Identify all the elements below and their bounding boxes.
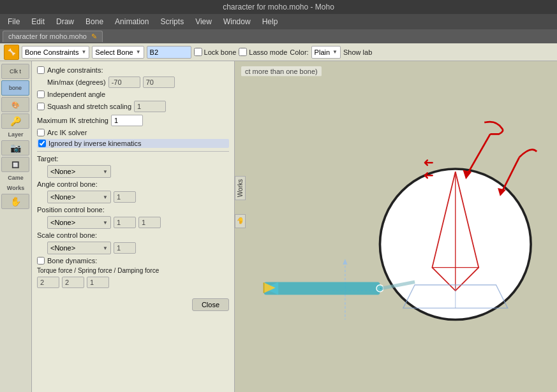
toolbar: 🦴 Bone Constraints ▼ Select Bone ▼ Lock …: [0, 43, 557, 61]
torque-value[interactable]: [37, 277, 59, 288]
hand-tool-tab[interactable]: ✋: [235, 214, 246, 228]
torque-values-row: [37, 277, 229, 288]
angle-control-dropdown[interactable]: <None> ▼: [47, 191, 111, 203]
torque-label: Torque force / Spring force / Damping fo…: [37, 267, 159, 274]
menu-file[interactable]: File: [3, 16, 25, 27]
title-bar: character for moho.moho - Moho: [0, 0, 557, 14]
bone-constraints-dropdown[interactable]: Bone Constraints ▼: [22, 46, 89, 59]
tool-bone[interactable]: bone: [1, 80, 29, 96]
bone-name-input[interactable]: [147, 46, 191, 59]
unsaved-indicator: ✎: [91, 33, 97, 40]
position-control-arrow: ▼: [103, 220, 108, 226]
camera-section-label: Came: [1, 173, 30, 182]
menu-scripts[interactable]: Scripts: [155, 16, 189, 27]
scale-control-dropdown-row: <None> ▼: [37, 242, 229, 254]
tool-key[interactable]: 🔑: [1, 113, 29, 129]
target-row: Target:: [37, 155, 229, 163]
tool-click[interactable]: Clk t: [1, 64, 29, 79]
position-control-row: Position control bone:: [37, 206, 229, 214]
menu-animation[interactable]: Animation: [110, 16, 154, 27]
tool-layer1[interactable]: 📷: [1, 140, 29, 156]
spring-value[interactable]: [62, 277, 84, 288]
svg-rect-5: [264, 282, 380, 294]
arc-ik-checkbox[interactable]: [37, 129, 45, 136]
main-content: Clk t bone 🎨 🔑 Layer 📷 🔲 Came Works ✋ An…: [0, 61, 557, 392]
angle-control-row: Angle control bone:: [37, 180, 229, 188]
ignored-ik-label: Ignored by inverse kinematics: [48, 140, 142, 147]
squash-stretch-row: Squash and stretch scaling: [37, 101, 229, 112]
max-ik-label: Maximum IK stretching: [37, 117, 108, 124]
ignored-ik-checkbox[interactable]: [38, 140, 46, 147]
works-section-label: Works: [1, 184, 30, 192]
bone-dynamics-row: Bone dynamics:: [37, 257, 229, 265]
scale-control-label: Scale control bone:: [37, 231, 97, 239]
max-input[interactable]: [143, 76, 175, 88]
color-arrow: ▼: [332, 49, 338, 55]
bone-constraints-panel: Angle constraints: Min/max (degrees) Ind…: [32, 61, 235, 392]
angle-constraints-label: Angle constraints:: [47, 66, 103, 74]
min-input[interactable]: [108, 76, 140, 88]
angle-control-arrow: ▼: [103, 194, 108, 200]
select-bone-arrow: ▼: [136, 49, 141, 55]
menu-view[interactable]: View: [190, 16, 217, 27]
bone-constraints-arrow: ▼: [81, 49, 86, 55]
bone-tool-icon[interactable]: 🦴: [4, 45, 19, 60]
active-tab[interactable]: character for moho.moho ✎: [3, 31, 103, 42]
works-tab[interactable]: Works: [235, 176, 246, 200]
max-ik-row: Maximum IK stretching: [37, 115, 229, 126]
menu-bar: File Edit Draw Bone Animation Scripts Vi…: [0, 14, 557, 29]
tab-bar: character for moho.moho ✎: [0, 29, 557, 43]
color-dropdown[interactable]: Plain ▼: [311, 46, 341, 59]
squash-stretch-label: Squash and stretch scaling: [47, 103, 131, 110]
max-ik-input[interactable]: [111, 115, 143, 126]
menu-edit[interactable]: Edit: [26, 16, 50, 27]
position-control-value1[interactable]: [114, 217, 136, 228]
squash-value-input[interactable]: [134, 101, 166, 112]
angle-constraints-row: Angle constraints:: [37, 66, 229, 74]
tool-layer2[interactable]: 🔲: [1, 157, 29, 172]
independent-angle-checkbox[interactable]: [37, 91, 45, 98]
target-dropdown[interactable]: <None> ▼: [47, 165, 111, 178]
position-control-dropdown[interactable]: <None> ▼: [47, 216, 111, 229]
tool-paint[interactable]: 🎨: [1, 97, 29, 112]
tool-hand[interactable]: ✋: [1, 194, 29, 209]
torque-row: Torque force / Spring force / Damping fo…: [37, 267, 229, 274]
close-button[interactable]: Close: [192, 298, 229, 311]
menu-window[interactable]: Window: [218, 16, 256, 27]
angle-control-dropdown-row: <None> ▼: [37, 191, 229, 203]
left-sidebar: Clk t bone 🎨 🔑 Layer 📷 🔲 Came Works ✋: [0, 61, 32, 392]
layer-section-label: Layer: [1, 130, 30, 139]
squash-stretch-checkbox[interactable]: [37, 103, 45, 110]
target-label: Target:: [37, 155, 59, 163]
canvas-area[interactable]: ct more than one bone): [235, 61, 557, 392]
scale-control-value[interactable]: [114, 242, 136, 254]
angle-control-value[interactable]: [114, 191, 136, 203]
scale-control-arrow: ▼: [103, 245, 108, 251]
angle-constraints-checkbox[interactable]: [37, 66, 45, 74]
window-title: character for moho.moho - Moho: [223, 3, 334, 11]
lock-bone-checkbox[interactable]: [194, 48, 202, 56]
position-control-value2[interactable]: [138, 217, 161, 228]
show-labels: Show lab: [343, 48, 372, 56]
menu-draw[interactable]: Draw: [51, 16, 79, 27]
divider1: [37, 151, 229, 152]
independent-angle-label: Independent angle: [47, 91, 105, 98]
position-control-dropdown-row: <None> ▼: [37, 216, 229, 229]
canvas-svg: [235, 61, 557, 392]
damping-value[interactable]: [87, 277, 109, 288]
scale-control-dropdown[interactable]: <None> ▼: [47, 242, 111, 254]
lasso-mode-label: Lasso mode: [239, 48, 287, 56]
menu-help[interactable]: Help: [257, 16, 283, 27]
bone-dynamics-label: Bone dynamics:: [47, 257, 97, 265]
arc-ik-label: Arc IK solver: [47, 129, 87, 136]
color-label: Color:: [290, 48, 308, 56]
minmax-label: Min/max (degrees): [47, 78, 106, 86]
arc-ik-row: Arc IK solver: [37, 129, 229, 136]
lasso-mode-checkbox[interactable]: [239, 48, 247, 56]
menu-bone[interactable]: Bone: [80, 16, 108, 27]
select-bone-dropdown[interactable]: Select Bone ▼: [92, 46, 144, 59]
bone-dynamics-checkbox[interactable]: [37, 257, 45, 265]
independent-angle-row: Independent angle: [37, 91, 229, 98]
minmax-row: Min/max (degrees): [37, 76, 229, 88]
target-dropdown-row: <None> ▼: [37, 165, 229, 178]
